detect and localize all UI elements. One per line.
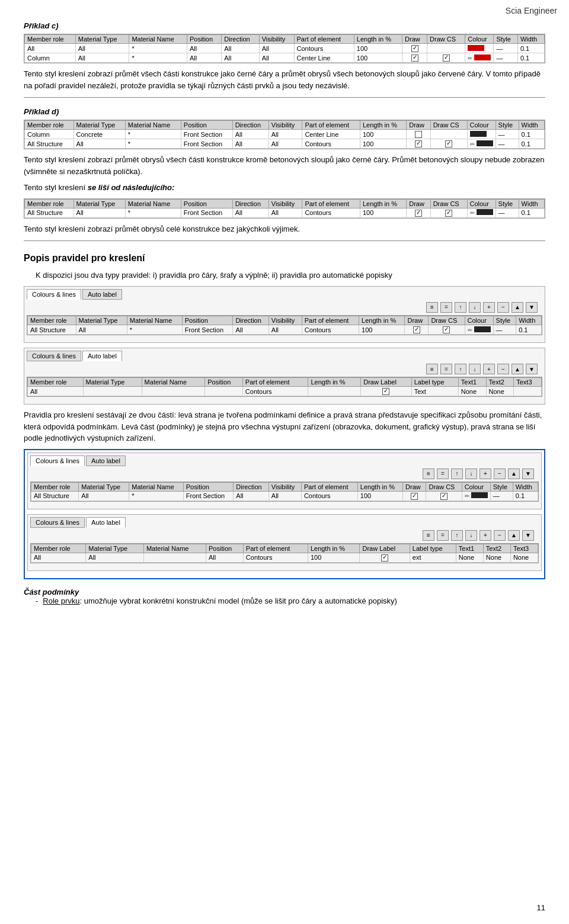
blue-tab-colours-2[interactable]: Colours & lines xyxy=(30,517,85,528)
blue-table-2: Member role Material Type Material Name … xyxy=(30,543,539,563)
section-d-text2: Tento styl kreslení se liší od následují… xyxy=(24,182,545,194)
blue-tb2-7[interactable]: ▲ xyxy=(508,530,520,541)
section-d-table1: Member role Material Type Material Name … xyxy=(24,120,545,149)
col-h: Material Name xyxy=(127,316,182,325)
col-h: Member role xyxy=(25,121,74,130)
blue-tb-6[interactable]: − xyxy=(494,469,506,479)
blue-tb2-5[interactable]: + xyxy=(480,530,491,541)
col-h: Part of element xyxy=(302,199,360,208)
toolbar-btn-1[interactable]: ≡ xyxy=(426,302,438,313)
blue-tb-7[interactable]: ▲ xyxy=(508,469,520,479)
toolbar-btn-3[interactable]: ↑ xyxy=(455,302,466,313)
col-h: Material Type xyxy=(79,482,129,491)
toolbar-btn-e[interactable]: + xyxy=(483,364,495,374)
col-h: Width xyxy=(516,316,542,325)
color-swatch xyxy=(477,140,493,146)
toolbar-btn-d[interactable]: ↓ xyxy=(469,364,481,374)
toolbar-btn-g[interactable]: ▲ xyxy=(512,364,523,374)
blue-tb2-3[interactable]: ↑ xyxy=(451,530,463,541)
blue-tb2-8[interactable]: ▼ xyxy=(522,530,534,541)
toolbar-btn-a[interactable]: ≡ xyxy=(426,364,438,374)
toolbar-btn-c[interactable]: ↑ xyxy=(455,364,466,374)
color-swatch xyxy=(471,492,488,498)
col-h: Draw Label xyxy=(361,378,412,387)
col-style: Style xyxy=(494,35,518,44)
blue-tb-8[interactable]: ▼ xyxy=(522,469,534,479)
popis-section: Popis pravidel pro kreslení K dispozici … xyxy=(24,253,545,605)
blue-tb2-6[interactable]: − xyxy=(494,530,506,541)
col-h: Visibility xyxy=(268,316,302,325)
toolbar-btn-b[interactable]: = xyxy=(440,364,452,374)
section-c-title: Příklad c) xyxy=(24,21,545,30)
pencil-icon: ✏ xyxy=(468,327,472,333)
col-h: Member role xyxy=(25,199,74,208)
panel-tabs-2: Colours & lines Auto label xyxy=(27,351,542,361)
toolbar-btn-7[interactable]: ▲ xyxy=(512,302,523,313)
blue-tab-auto-2[interactable]: Auto label xyxy=(86,517,126,528)
draw-check xyxy=(415,210,422,217)
col-position: Position xyxy=(187,35,221,44)
col-h: Text1 xyxy=(458,378,486,387)
section-d-text1: Tento styl kreslení zobrazí průmět obrys… xyxy=(24,154,545,177)
app-title: Scia Engineer xyxy=(506,6,557,15)
section-c-table: Member role Material Type Material Name … xyxy=(24,34,545,63)
blue-tb-5[interactable]: + xyxy=(480,469,491,479)
col-h: Member role xyxy=(31,544,86,553)
panel-auto-label-1: Colours & lines Auto label ≡ = ↑ ↓ + − ▲… xyxy=(24,348,545,405)
col-h: Style xyxy=(496,199,519,208)
col-h: Draw CS xyxy=(429,316,465,325)
toolbar-btn-f[interactable]: − xyxy=(497,364,509,374)
tab-colours-lines[interactable]: Colours & lines xyxy=(27,289,81,300)
bullet-role-prvku: - Role prvku: umožňuje vybrat konkrétní … xyxy=(36,596,545,605)
blue-tab-colours[interactable]: Colours & lines xyxy=(30,455,85,466)
col-h: Text2 xyxy=(486,378,514,387)
toolbar-btn-2[interactable]: = xyxy=(440,302,452,313)
col-h: Member role xyxy=(28,378,84,387)
col-h: Draw xyxy=(407,199,430,208)
toolbar-btn-6[interactable]: − xyxy=(497,302,509,313)
col-h: Part of element xyxy=(301,482,357,491)
role-prvku-text: : umožňuje vybrat konkrétní konstrukční … xyxy=(79,596,397,605)
panel-toolbar-2: ≡ = ↑ ↓ + − ▲ ▼ xyxy=(27,364,542,374)
col-h: Text1 xyxy=(456,544,483,553)
col-h: Width xyxy=(513,482,538,491)
bold-italic-text: se liší od následujícího: xyxy=(88,183,175,192)
blue-tb-3[interactable]: ↑ xyxy=(451,469,463,479)
col-h: Colour xyxy=(467,121,496,130)
tab-auto-label-2[interactable]: Auto label xyxy=(82,351,122,361)
col-h: Draw xyxy=(407,121,430,130)
col-h: Position xyxy=(182,316,233,325)
tab-auto-label[interactable]: Auto label xyxy=(82,289,122,300)
toolbar-btn-h[interactable]: ▼ xyxy=(526,364,538,374)
toolbar-btn-4[interactable]: ↓ xyxy=(469,302,481,313)
toolbar-btn-5[interactable]: + xyxy=(483,302,495,313)
bullet-content: Role prvku: umožňuje vybrat konkrétní ko… xyxy=(43,596,397,605)
col-h: Position xyxy=(181,121,232,130)
col-h: Direction xyxy=(233,316,268,325)
popis-intro: K dispozici jsou dva typy pravidel: i) p… xyxy=(36,270,545,281)
popis-description: Pravidla pro kreslení sestávají ze dvou … xyxy=(24,409,545,444)
blue-tb-1[interactable]: ≡ xyxy=(423,469,434,479)
col-h: Length in % xyxy=(360,121,406,130)
blue-tb-4[interactable]: ↓ xyxy=(465,469,477,479)
col-h: Length in % xyxy=(357,482,402,491)
blue-panel-toolbar-2: ≡ = ↑ ↓ + − ▲ ▼ xyxy=(30,530,539,541)
col-width: Width xyxy=(517,35,544,44)
blue-tb2-1[interactable]: ≡ xyxy=(423,530,434,541)
blue-tab-auto[interactable]: Auto label xyxy=(86,455,126,466)
tab-colours-lines-2[interactable]: Colours & lines xyxy=(27,351,81,361)
blue-tb2-2[interactable]: = xyxy=(437,530,449,541)
divider xyxy=(24,97,545,98)
blue-tb-2[interactable]: = xyxy=(437,469,449,479)
col-h: Direction xyxy=(234,482,269,491)
table-row: ColumnAll*AllAllAllCenter Line100 ✏ —0.1 xyxy=(25,53,545,63)
toolbar-btn-8[interactable]: ▼ xyxy=(526,302,538,313)
blue-tb2-4[interactable]: ↓ xyxy=(465,530,477,541)
col-h: Material Name xyxy=(142,378,205,387)
panel-toolbar: ≡ = ↑ ↓ + − ▲ ▼ xyxy=(27,302,542,313)
divider xyxy=(24,240,545,241)
draw-cs-check xyxy=(443,326,450,333)
color-swatch xyxy=(477,209,493,215)
col-h: Colour xyxy=(467,199,496,208)
draw-check xyxy=(411,54,418,62)
